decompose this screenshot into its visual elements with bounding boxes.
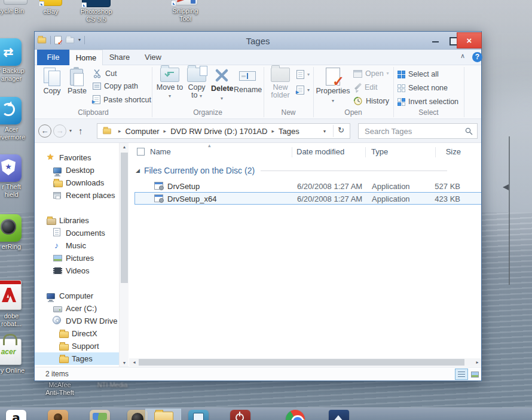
minimize-ribbon-icon[interactable]: ∧: [460, 53, 465, 59]
taskbar-speaker-app-icon[interactable]: [127, 410, 148, 420]
recent-locations-dropdown-icon[interactable]: ▾: [69, 129, 72, 133]
copy-to-button[interactable]: Copy to ▾: [184, 66, 209, 99]
taskbar-orange-app-icon[interactable]: [48, 410, 68, 420]
details-view-button[interactable]: [455, 369, 468, 380]
help-icon[interactable]: ?: [472, 52, 482, 62]
sidebar-scrollbar[interactable]: ▴ ▾: [119, 143, 129, 367]
paste-shortcut-button[interactable]: ▸ Paste shortcut: [93, 95, 151, 104]
sidebar-item-pictures[interactable]: Pictures: [35, 252, 119, 264]
up-button[interactable]: ↑: [78, 126, 83, 135]
desktop-label-acer-evermore[interactable]: Acer evermore: [0, 126, 29, 141]
copy-button[interactable]: Copy: [39, 66, 65, 95]
search-box[interactable]: Search Tages: [358, 123, 478, 139]
desktop-icon-buy-online[interactable]: acer: [0, 339, 22, 365]
sidebar-item-downloads[interactable]: ↓ Downloads: [35, 176, 119, 189]
desktop-label-backup-manager[interactable]: r Backup anager: [0, 67, 29, 83]
invert-selection-button[interactable]: Invert selection: [398, 98, 458, 106]
sidebar-item-videos[interactable]: Videos: [35, 264, 119, 277]
cut-button[interactable]: Cut: [93, 69, 117, 78]
desktop-label-buy-online[interactable]: y Online: [0, 367, 31, 375]
history-button[interactable]: History: [353, 96, 389, 106]
desktop-icon-theft-shield[interactable]: [0, 154, 22, 182]
select-none-button[interactable]: Select none: [398, 84, 448, 92]
refresh-icon[interactable]: ↻: [338, 126, 344, 134]
column-divider[interactable]: [435, 147, 436, 157]
paste-button[interactable]: Paste: [65, 66, 90, 95]
file-row-drvsetup-x64[interactable]: DrvSetup_x64 6/20/2008 1:27 AM Applicati…: [134, 192, 481, 205]
taskbar-map-app-icon[interactable]: [90, 410, 110, 420]
desktop-label-ebay[interactable]: eBay: [36, 8, 65, 16]
scroll-up-arrow[interactable]: ▴: [120, 143, 129, 151]
group-expand-icon[interactable]: ◢: [136, 168, 140, 174]
scroll-down-arrow[interactable]: ▾: [120, 359, 129, 367]
desktop-icon-snipping-tool[interactable]: [172, 0, 198, 5]
folder-icon[interactable]: [38, 37, 46, 43]
file-row-drvsetup[interactable]: DrvSetup 6/20/2008 1:27 AM Application 5…: [134, 179, 481, 192]
desktop-label-erring[interactable]: erRing: [0, 243, 29, 251]
desktop-icon-erring[interactable]: [0, 214, 22, 242]
desktop-label-adobe[interactable]: dobe robat...: [0, 312, 29, 328]
sidebar-item-desktop[interactable]: Desktop: [35, 164, 119, 176]
tab-share[interactable]: Share: [103, 50, 136, 65]
column-divider[interactable]: [365, 147, 366, 157]
column-name[interactable]: Name: [150, 147, 171, 156]
minimize-button[interactable]: [427, 32, 444, 48]
column-size[interactable]: Size: [446, 147, 461, 156]
sidebar-item-recent-places[interactable]: Recent places: [35, 189, 119, 202]
desktop-label-recycle-bin[interactable]: cycle Bin: [0, 7, 30, 15]
column-divider[interactable]: [292, 147, 292, 157]
desktop-icon-adobe-acrobat[interactable]: [0, 280, 22, 310]
address-dropdown-icon[interactable]: ▾: [323, 129, 326, 134]
delete-button[interactable]: Delete ▾: [211, 66, 233, 102]
desktop-label-blurred[interactable]: NTI Media: [85, 381, 140, 389]
horizontal-scrollbar[interactable]: ◂ ▸: [129, 358, 481, 366]
breadcrumb-computer[interactable]: Computer: [126, 127, 160, 136]
qat-customize-icon[interactable]: ▾: [78, 38, 81, 42]
tab-home[interactable]: Home: [69, 50, 103, 65]
scroll-left-arrow[interactable]: ◂: [130, 358, 138, 366]
taskbar-a-app-icon[interactable]: a: [6, 410, 26, 420]
sidebar-item-tages[interactable]: Tages: [35, 352, 119, 365]
desktop-icon-photoshop[interactable]: [82, 0, 111, 7]
desktop-label-photoshop[interactable]: Photoshop CS 5.5: [77, 8, 116, 23]
column-type[interactable]: Type: [371, 147, 388, 156]
breadcrumb-dvd-drive[interactable]: DVD RW Drive (D:) 1701AD: [170, 127, 267, 136]
edit-button[interactable]: Edit: [353, 83, 378, 92]
sidebar-item-directx[interactable]: DirectX: [35, 327, 119, 340]
taskbar-file-explorer-button[interactable]: [145, 409, 181, 420]
search-icon[interactable]: [465, 127, 473, 135]
desktop-label-theft-shield[interactable]: r Theft hield: [0, 183, 29, 199]
move-to-button[interactable]: Move to ▾: [156, 66, 184, 99]
sidebar-item-acer-c[interactable]: Acer (C:): [35, 302, 119, 315]
scrollbar-thumb[interactable]: [121, 153, 128, 283]
sidebar-item-dvd-drive[interactable]: DVD RW Drive (D: [35, 315, 119, 327]
sidebar-item-music[interactable]: ♪ Music: [35, 239, 119, 252]
breadcrumb-tages[interactable]: Tages: [279, 127, 299, 136]
tab-file[interactable]: File: [37, 50, 69, 65]
desktop-icon-recycle-bin[interactable]: [4, 0, 27, 5]
rename-button[interactable]: Rename: [234, 66, 261, 94]
back-button[interactable]: ←: [38, 124, 51, 138]
select-all-checkbox[interactable]: [137, 148, 145, 156]
new-folder-button[interactable]: New folder: [267, 66, 294, 99]
desktop-label-snipping-tool[interactable]: Snipping Tool: [168, 7, 203, 23]
title-bar[interactable]: Tages ✓ ▾ ×: [35, 32, 481, 50]
desktop-label-mcafee[interactable]: McAfee Anti-Theft: [31, 381, 88, 397]
close-button[interactable]: ×: [457, 32, 482, 48]
sidebar-item-support[interactable]: Support: [35, 340, 119, 352]
tab-view[interactable]: View: [136, 50, 170, 65]
taskbar-power-app-icon[interactable]: [230, 410, 250, 420]
forward-button[interactable]: →: [53, 124, 66, 138]
taskbar-media-app-icon[interactable]: [329, 410, 349, 420]
scrollbar-thumb[interactable]: [139, 359, 464, 366]
sidebar-item-computer[interactable]: Computer: [35, 290, 119, 302]
sidebar-item-documents[interactable]: Documents: [35, 227, 119, 239]
thumbnails-view-button[interactable]: [469, 369, 481, 380]
column-date-modified[interactable]: Date modified: [296, 147, 344, 156]
open-button[interactable]: Open ▾: [353, 69, 389, 78]
new-item-button[interactable]: ▾: [296, 70, 310, 79]
taskbar-chrome-icon[interactable]: [286, 410, 305, 420]
properties-qat-icon[interactable]: ✓: [54, 36, 62, 44]
address-bar[interactable]: ▸ Computer ▸ DVD RW Drive (D:) 1701AD ▸ …: [97, 123, 350, 139]
desktop-icon-backup-manager[interactable]: ⇄: [0, 38, 22, 66]
